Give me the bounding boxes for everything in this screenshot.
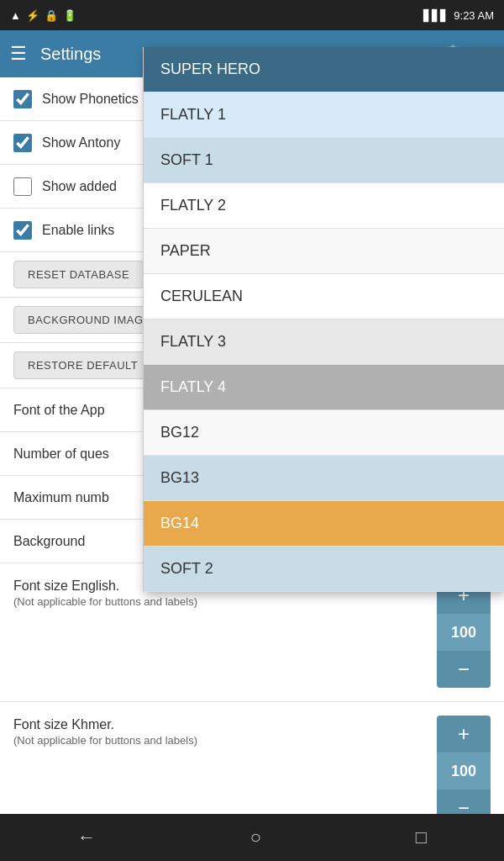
battery-icon: 🔋 [63, 9, 76, 22]
max-number-label: Maximum numb [13, 490, 109, 505]
status-left: ▲ ⚡ 🔒 🔋 [10, 9, 76, 22]
dropdown-item-paper[interactable]: PAPER [144, 229, 504, 274]
font-english-minus-button[interactable]: − [437, 651, 491, 688]
dropdown-item-flatly-3[interactable]: FLATLY 3 [144, 320, 504, 365]
font-english-stepper: + 100 − [437, 577, 491, 688]
menu-icon[interactable]: ☰ [10, 43, 27, 65]
show-antony-label: Show Antony [42, 135, 120, 151]
background-label: Background [13, 534, 85, 549]
font-khmer-stepper: + 100 − [437, 716, 491, 827]
wifi-icon: ⚡ [26, 9, 39, 22]
enable-links-checkbox[interactable] [13, 221, 32, 240]
font-khmer-sublabel: (Not applicable for buttons and labels) [13, 734, 430, 747]
dropdown-item-flatly-2[interactable]: FLATLY 2 [144, 183, 504, 229]
time: 9:23 AM [454, 9, 494, 22]
show-added-label: Show added [42, 179, 117, 194]
reset-database-button[interactable]: RESET DATABASE [13, 261, 144, 288]
bottom-nav: ← ○ □ [0, 814, 504, 861]
dropdown-item-bg12[interactable]: BG12 [144, 410, 504, 456]
enable-links-label: Enable links [42, 223, 114, 238]
show-phonetics-checkbox[interactable] [13, 90, 32, 108]
dropdown-item-flatly-1[interactable]: FLATLY 1 [144, 92, 504, 138]
font-english-sublabel: (Not applicable for buttons and labels) [13, 595, 430, 608]
recent-button[interactable]: □ [396, 820, 447, 855]
font-khmer-label: Font size Khmer. [13, 716, 430, 734]
dropdown-item-cerulean[interactable]: CERULEAN [144, 274, 504, 320]
dropdown-item-bg14[interactable]: BG14 [144, 501, 504, 547]
home-button[interactable]: ○ [230, 820, 281, 855]
font-english-value: 100 [437, 614, 491, 651]
dropdown-item-flatly-4[interactable]: FLATLY 4 [144, 365, 504, 410]
dropdown-item-bg13[interactable]: BG13 [144, 456, 504, 501]
font-app-label: Font of the App [13, 403, 105, 418]
status-bar: ▲ ⚡ 🔒 🔋 ▋▋▋ 9:23 AM [0, 0, 504, 30]
font-khmer-text: Font size Khmer. (Not applicable for but… [13, 716, 430, 747]
show-antony-checkbox[interactable] [13, 134, 32, 152]
signal-icon: ▲ [10, 9, 21, 22]
font-khmer-value: 100 [437, 753, 491, 790]
dropdown-item-soft-2[interactable]: SOFT 2 [144, 547, 504, 592]
dropdown-overlay: SUPER HEROFLATLY 1SOFT 1FLATLY 2PAPERCER… [143, 47, 504, 592]
status-right: ▋▋▋ 9:23 AM [423, 9, 494, 22]
font-khmer-plus-button[interactable]: + [437, 716, 491, 753]
show-added-checkbox[interactable] [13, 177, 32, 196]
network-icon: ▋▋▋ [423, 9, 449, 22]
restore-default-button[interactable]: RESTORE DEFAULT [13, 351, 152, 379]
back-button[interactable]: ← [57, 820, 116, 855]
dropdown-item-soft-1[interactable]: SOFT 1 [144, 138, 504, 183]
dropdown-item-super-hero[interactable]: SUPER HERO [144, 47, 504, 92]
lock-icon: 🔒 [45, 9, 58, 22]
num-questions-label: Number of ques [13, 446, 109, 462]
